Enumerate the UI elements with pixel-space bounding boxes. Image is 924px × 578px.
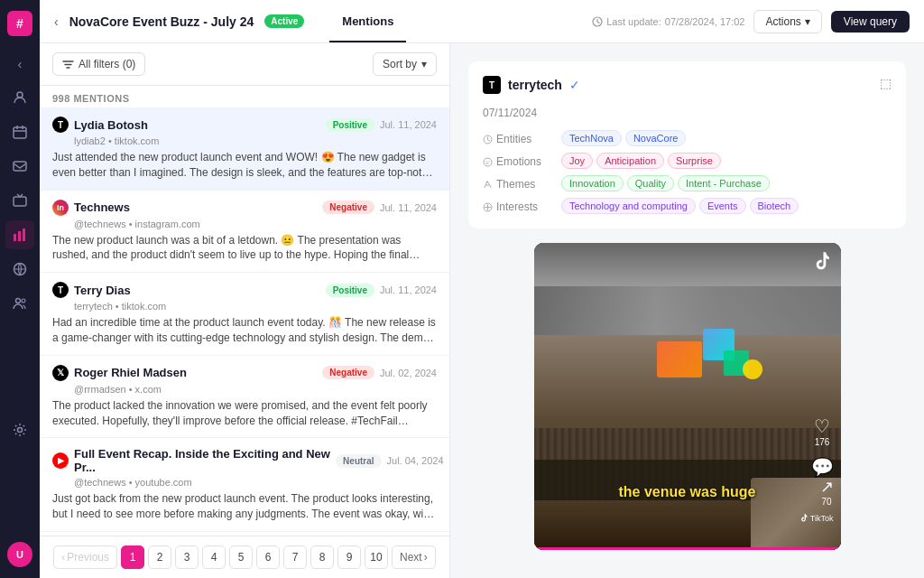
theme-tag: Innovation <box>561 175 624 191</box>
chevron-down-icon: ▾ <box>421 58 427 70</box>
sidebar-item-chart[interactable] <box>5 220 34 249</box>
mention-date: Jul. 11, 2024 <box>380 202 437 213</box>
page-3-button[interactable]: 3 <box>175 545 199 569</box>
sidebar-item-tv[interactable] <box>5 186 34 215</box>
mention-text: The new product launch was a bit of a le… <box>52 233 437 264</box>
back-button[interactable]: ‹ <box>54 14 59 29</box>
tab-mentions[interactable]: Mentions <box>329 2 406 42</box>
sentiment-badge: Positive <box>326 284 374 297</box>
sidebar-item-globe[interactable] <box>5 255 34 284</box>
sidebar-item-people[interactable] <box>5 289 34 318</box>
sidebar-item-settings[interactable] <box>5 415 34 444</box>
sidebar-item-calendar[interactable] <box>5 117 34 146</box>
page-8-button[interactable]: 8 <box>310 545 334 569</box>
svg-point-9 <box>22 299 25 303</box>
mention-meta: @technews • instagram.com <box>74 219 437 229</box>
mention-author: T Terry Dias <box>52 282 131 298</box>
mentions-list: T Lydia Botosh Positive Jul. 11, 2024 ly… <box>40 107 449 536</box>
mention-meta: @rrmadsen • x.com <box>74 384 437 395</box>
mention-author: In Technews <box>52 200 130 216</box>
emotion-tag: Surprise <box>668 153 721 169</box>
mention-item[interactable]: In Technews Negative Jul. 11, 2024 @tech… <box>40 191 449 274</box>
mention-date: Jul. 02, 2024 <box>380 368 437 378</box>
actions-button[interactable]: Actions ▾ <box>753 10 821 33</box>
tiktok-logo <box>812 252 832 277</box>
mention-date: Jul. 04, 2024 <box>387 455 444 466</box>
view-query-button[interactable]: View query <box>831 11 910 33</box>
sidebar-item-mail[interactable] <box>5 152 34 181</box>
detail-platform-icon: T <box>483 76 501 94</box>
svg-rect-3 <box>14 197 26 206</box>
mention-meta: lydiab2 • tiktok.com <box>74 135 437 146</box>
main-content: ‹ NovaCore Event Buzz - July 24 Active M… <box>40 0 924 578</box>
mentions-count: 998 MENTIONS <box>40 86 449 107</box>
app-logo[interactable]: # <box>7 11 32 36</box>
video-caption: the venue was huge <box>534 484 841 500</box>
mention-meta: @technews • youtube.com <box>74 477 437 488</box>
mention-author: 𝕏 Roger Rhiel Madsen <box>52 365 187 381</box>
svg-rect-5 <box>18 231 21 241</box>
mention-author: ▶ Full Event Recap. Inside the Exciting … <box>52 447 336 474</box>
sort-by-button[interactable]: Sort by ▾ <box>373 52 437 76</box>
share-count: ↗ 70 <box>820 477 834 507</box>
sidebar-item-user[interactable] <box>5 83 34 112</box>
mention-item[interactable]: T Lydia Botosh Positive Jul. 11, 2024 ly… <box>40 107 449 191</box>
svg-rect-4 <box>14 234 16 241</box>
all-filters-button[interactable]: All filters (0) <box>52 52 145 76</box>
interests-tags: Technology and computing Events Biotech <box>561 198 892 214</box>
sentiment-badge: Positive <box>326 118 374 132</box>
next-page-button[interactable]: Next › <box>392 545 436 569</box>
external-link-icon[interactable]: ⬚ <box>880 76 892 90</box>
page-9-button[interactable]: 9 <box>337 545 361 569</box>
theme-tag: Intent - Purchase <box>678 175 770 191</box>
platform-tiktok-icon: T <box>52 282 69 298</box>
video-card[interactable]: the venue was huge ♡ 176 💬 ↗ 70 <box>534 243 841 550</box>
interest-tag: Biotech <box>750 198 799 214</box>
page-5-button[interactable]: 5 <box>229 545 253 569</box>
mention-date: Jul. 11, 2024 <box>380 284 437 295</box>
mention-item[interactable]: ▶ Full Event Recap. Inside the Exciting … <box>40 438 449 532</box>
verified-icon: ✓ <box>569 78 580 92</box>
page-7-button[interactable]: 7 <box>283 545 307 569</box>
page-4-button[interactable]: 4 <box>202 545 226 569</box>
entities-tags: TechNova NovaCore <box>561 130 892 146</box>
detail-date: 07/11/2024 <box>483 107 892 119</box>
status-badge: Active <box>264 14 304 28</box>
page-1-button[interactable]: 1 <box>121 545 144 569</box>
mention-item[interactable]: 𝕏 Roger Rhiel Madsen Negative Jul. 02, 2… <box>40 356 449 439</box>
last-update-value: 07/28/2024, 17:02 <box>665 16 745 27</box>
page-6-button[interactable]: 6 <box>256 545 280 569</box>
topbar: ‹ NovaCore Event Buzz - July 24 Active M… <box>40 0 924 43</box>
detail-panel: T terrytech ✓ ⬚ 07/11/2024 Entities <box>450 43 924 578</box>
emotions-label: Emotions <box>483 153 555 169</box>
mention-meta: terrytech • tiktok.com <box>74 301 437 312</box>
tiktok-watermark: TikTok <box>799 514 834 523</box>
emotion-tag: Joy <box>561 153 593 169</box>
theme-tag: Quality <box>627 175 674 191</box>
svg-point-0 <box>17 92 23 98</box>
like-action[interactable]: ♡ 176 <box>814 415 830 447</box>
page-10-button[interactable]: 10 <box>365 545 388 569</box>
sentiment-badge: Negative <box>322 200 374 214</box>
sentiment-badge: Neutral <box>336 454 381 468</box>
user-avatar[interactable]: U <box>7 542 32 567</box>
svg-point-13 <box>484 158 492 166</box>
last-update-label: Last update: <box>606 16 661 27</box>
filter-bar: All filters (0) Sort by ▾ <box>40 43 449 86</box>
pagination: ‹ Previous 1 2 3 4 5 6 7 8 9 10 Next › <box>40 536 449 578</box>
comment-icon: 💬 <box>811 456 834 478</box>
page-2-button[interactable]: 2 <box>148 545 171 569</box>
sidebar-item-back[interactable]: ‹ <box>5 49 34 78</box>
comment-action[interactable]: 💬 <box>811 456 834 478</box>
entity-tag: NovaCore <box>625 130 687 146</box>
detail-header: T terrytech ✓ ⬚ <box>483 76 892 94</box>
svg-point-8 <box>16 299 21 303</box>
svg-rect-1 <box>14 127 26 138</box>
prev-page-button[interactable]: ‹ Previous <box>53 545 117 569</box>
mention-text: Just got back from the new product launc… <box>52 491 437 522</box>
mention-item[interactable]: T Terry Dias Positive Jul. 11, 2024 terr… <box>40 273 449 356</box>
interest-tag: Technology and computing <box>561 198 696 214</box>
sentiment-badge: Negative <box>322 366 374 379</box>
video-progress-bar[interactable] <box>534 547 841 550</box>
emotions-tags: Joy Anticipation Surprise <box>561 153 892 169</box>
